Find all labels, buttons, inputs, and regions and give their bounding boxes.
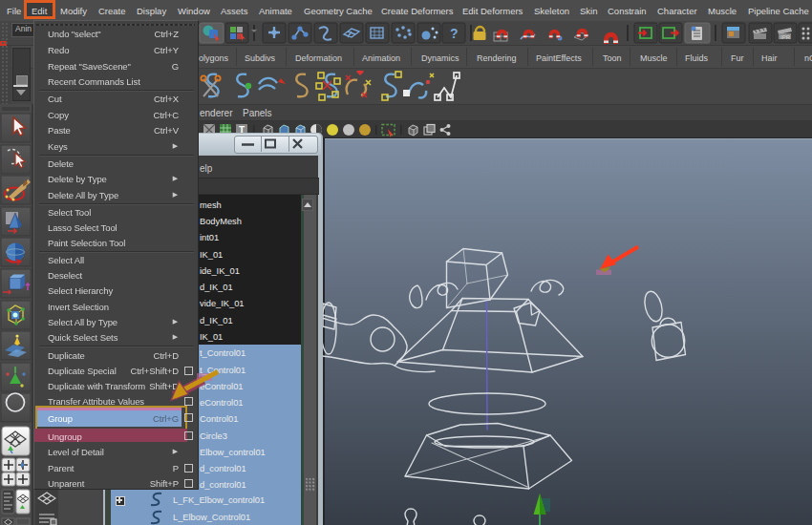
svg-text:?: ? [450, 26, 459, 41]
svg-text:IPR: IPR [780, 34, 791, 40]
